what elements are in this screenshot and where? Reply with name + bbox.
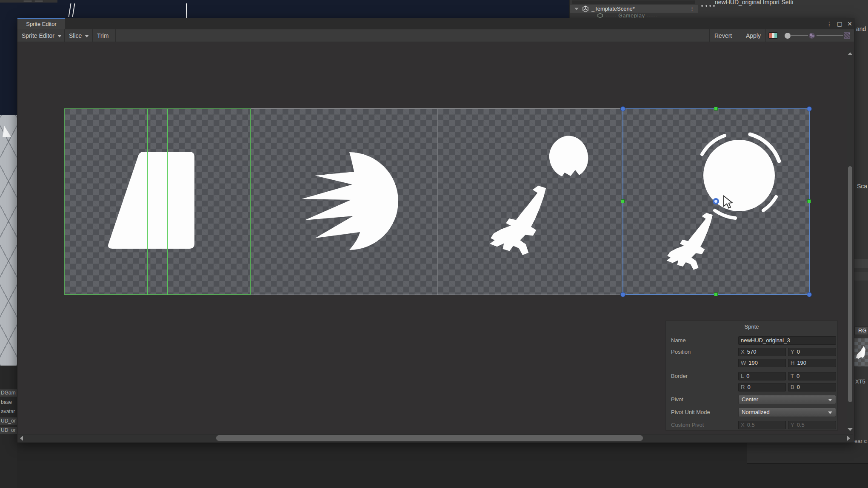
resize-handle-corner[interactable] (620, 292, 625, 297)
custom-pivot-label: Custom Pivot (671, 421, 704, 429)
mip-levels-icon (809, 33, 815, 39)
window-menu-icon[interactable]: ⋮ (825, 20, 834, 28)
chevron-down-icon (828, 399, 832, 401)
apply-button[interactable]: Apply (742, 29, 765, 42)
toolbar-button-fragment[interactable] (23, 0, 32, 2)
slice-guide-line[interactable] (167, 109, 168, 295)
toolbar-separator (765, 29, 766, 42)
project-list-item[interactable]: UD_or (0, 427, 17, 434)
preview-sprite-glyph (854, 338, 868, 366)
scroll-right-icon[interactable] (847, 436, 850, 441)
inspector-title: newHUD_original Import Setti (715, 0, 867, 6)
scene-line-decoration (186, 3, 187, 18)
color-alpha-toggle-icon[interactable] (768, 32, 778, 39)
apply-label: Apply (746, 32, 761, 39)
mip-slider-track[interactable] (817, 35, 843, 36)
scroll-down-icon[interactable] (848, 428, 853, 431)
slice-label: Slice (69, 32, 82, 39)
l-prefix: L (741, 373, 744, 379)
window-close-icon[interactable]: ✕ (845, 20, 854, 28)
hierarchy-row-gameplay[interactable]: ----- Gameplay ----- (570, 13, 698, 18)
resize-handle-edge[interactable] (714, 292, 718, 296)
scene-view-sky (0, 0, 570, 18)
inspector-text-and: and (856, 26, 866, 32)
w-value: 190 (748, 360, 758, 366)
slice-grid-line (437, 109, 437, 295)
window-maximize-icon[interactable]: ▢ (835, 20, 844, 28)
trim-label: Trim (97, 32, 108, 39)
horizontal-scrollbar-thumb[interactable] (216, 435, 643, 441)
sprite-2-gun-and-blob[interactable] (437, 109, 623, 295)
resize-handle-corner[interactable] (807, 292, 812, 297)
cp-y-prefix: Y (791, 422, 794, 428)
resize-handle-edge[interactable] (807, 199, 811, 203)
toolbar-button-fragment[interactable] (34, 0, 43, 2)
slice-rect-sprite-0[interactable] (64, 108, 251, 295)
toolbar-separator (115, 29, 116, 42)
project-list-item[interactable]: base (0, 399, 17, 406)
border-l-field[interactable]: L0 (738, 372, 786, 380)
tab-sprite-editor[interactable]: Sprite Editor (17, 18, 65, 29)
slice-guide-line[interactable] (147, 109, 148, 295)
vertical-scrollbar-thumb[interactable] (848, 166, 852, 402)
texture-preview-fragment (854, 338, 868, 366)
sprite-editor-mode-dropdown[interactable]: Sprite Editor (17, 29, 66, 42)
scroll-up-icon[interactable] (848, 52, 853, 55)
r-prefix: R (741, 384, 745, 390)
foldout-triangle-icon[interactable] (574, 8, 579, 10)
sprite-1-crescent-claw[interactable] (251, 109, 437, 295)
revert-label: Revert (714, 32, 732, 39)
panel-divider (747, 443, 747, 488)
pivot-dropdown[interactable]: Center (738, 395, 836, 404)
pivot-value: Center (742, 396, 758, 403)
zoom-slider-track[interactable] (791, 35, 808, 36)
rgb-button-fragment[interactable]: RG (854, 326, 868, 335)
scroll-left-icon[interactable] (20, 436, 23, 441)
bottom-right-panel (747, 443, 868, 463)
revert-button[interactable]: Revert (710, 29, 736, 42)
toolbar-separator (741, 29, 741, 42)
y-value: 0 (797, 349, 800, 355)
sprite-editor-mode-label: Sprite Editor (22, 32, 54, 39)
rgb-button-label: RG (858, 327, 867, 334)
hierarchy-search-fragment (572, 0, 695, 4)
kebab-menu-icon[interactable]: ⋮ (689, 6, 695, 12)
pivot-unit-mode-dropdown[interactable]: Normalized (738, 408, 836, 417)
t-value: 0 (797, 373, 799, 379)
resize-handle-edge[interactable] (714, 107, 718, 111)
zoom-slider-handle[interactable] (785, 33, 791, 39)
border-b-field[interactable]: B0 (788, 383, 836, 392)
t-prefix: T (791, 373, 794, 379)
position-y-field[interactable]: Y0 (788, 348, 836, 356)
scene-white-marker (3, 126, 11, 137)
b-prefix: B (791, 384, 794, 390)
inspector-row-fragment (854, 272, 868, 281)
border-t-field[interactable]: T0 (788, 372, 836, 380)
custom-pivot-x-field: X0.5 (738, 421, 786, 429)
name-field[interactable]: newHUD_original_3 (738, 336, 836, 345)
gameobject-cube-icon (597, 13, 603, 18)
trim-button[interactable]: Trim (93, 29, 113, 42)
width-field[interactable]: W190 (738, 359, 786, 367)
slice-dropdown[interactable]: Slice (65, 29, 93, 42)
pivot-indicator[interactable] (713, 198, 719, 204)
x-value: 570 (747, 349, 757, 355)
window-tab-strip: Sprite Editor ⋮ ▢ ✕ (17, 18, 854, 29)
project-list-item[interactable]: avatar (0, 408, 17, 415)
x-prefix: X (741, 349, 745, 355)
project-list-item[interactable]: UD_or (0, 417, 17, 425)
resize-handle-corner[interactable] (807, 106, 812, 111)
unity-scene-icon (582, 6, 589, 12)
inspector-mini-icons (700, 4, 716, 8)
resize-handle-corner[interactable] (620, 106, 625, 111)
name-value: newHUD_original_3 (741, 337, 790, 343)
height-field[interactable]: H190 (788, 359, 836, 367)
border-r-field[interactable]: R0 (738, 383, 786, 392)
position-x-field[interactable]: X570 (738, 348, 786, 356)
hierarchy-row-scene[interactable]: _TemplateScene* ⋮ (570, 5, 698, 13)
scene-view-ground (0, 115, 17, 366)
chevron-down-icon (57, 35, 62, 37)
h-prefix: H (791, 360, 794, 366)
project-list-item[interactable]: DGam (0, 389, 17, 397)
resize-handle-edge[interactable] (621, 199, 625, 203)
